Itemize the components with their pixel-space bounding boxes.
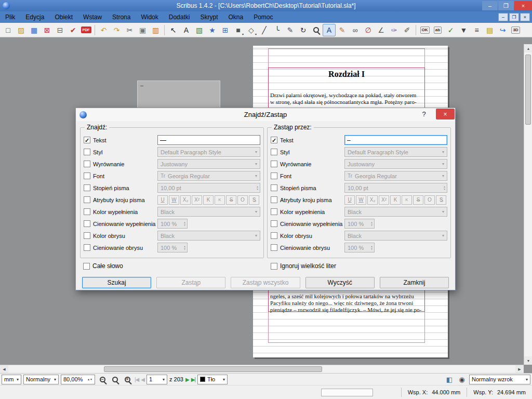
scratch-frame[interactable]: – xyxy=(137,81,220,109)
undo-icon[interactable]: ↶ xyxy=(97,24,110,36)
find-underline-words-button[interactable]: W xyxy=(169,195,179,205)
find-styl-checkbox[interactable] xyxy=(84,149,90,155)
color-management-button[interactable]: ◧ xyxy=(444,374,455,384)
insert-freehand-icon[interactable]: ✎ xyxy=(284,24,297,36)
replace-strikethrough-button[interactable]: S xyxy=(413,195,423,205)
replace-font-select[interactable]: TrGeorgia Regular▾ xyxy=(344,171,447,181)
find-all-caps-button[interactable]: K xyxy=(203,195,214,205)
replace-styl-checkbox[interactable] xyxy=(271,149,277,155)
replace-cieniowanie-wypelnienia-spinbox[interactable]: 100 %▲▼ xyxy=(344,219,375,229)
pdf-checkbox-icon[interactable]: ✓ xyxy=(444,24,457,36)
eyedropper-icon[interactable]: ✐ xyxy=(401,24,414,36)
find-kolor-obrysu-select[interactable]: Black▾ xyxy=(157,231,260,241)
vertical-scrollbar[interactable]: ▲ ▼ xyxy=(524,44,532,365)
save-document-icon[interactable]: ▦ xyxy=(28,24,41,36)
find-subscript-button[interactable]: X₂ xyxy=(180,195,191,205)
edit-contents-icon[interactable]: A xyxy=(323,24,336,36)
insert-line-icon[interactable]: ╱ xyxy=(258,24,271,36)
insert-render-frame-icon[interactable]: ★ xyxy=(206,24,219,36)
vertical-scroll-thumb[interactable] xyxy=(525,55,531,125)
find-kolor-obrysu-checkbox[interactable] xyxy=(84,232,90,239)
insert-bezier-icon[interactable]: ╰ xyxy=(271,24,284,36)
mdi-restore-button[interactable]: ❐ xyxy=(509,13,519,21)
next-page-button[interactable]: ▶ xyxy=(185,377,189,382)
replace-subscript-button[interactable]: X₂ xyxy=(367,195,378,205)
select-item-icon[interactable]: ↖ xyxy=(167,24,180,36)
rotate-item-icon[interactable]: ↻ xyxy=(297,24,310,36)
close-button[interactable]: Zamknij xyxy=(380,277,449,288)
replace-kolor-obrysu-select[interactable]: Black▾ xyxy=(344,231,447,241)
dialog-titlebar[interactable]: Znajdź/Zastąp ? × xyxy=(76,108,455,121)
replace-stopien-pisma-checkbox[interactable] xyxy=(271,184,277,191)
replace-tekst-checkbox[interactable]: ✓ xyxy=(271,137,277,143)
menu-okna[interactable]: Okna xyxy=(223,11,248,23)
menu-edycja[interactable]: Edycja xyxy=(20,11,49,23)
zoom-default-button[interactable] xyxy=(110,374,120,384)
whole-word-checkbox[interactable] xyxy=(83,263,90,270)
find-kolor-wypelnienia-checkbox[interactable] xyxy=(84,208,90,215)
replace-underline-button[interactable]: U xyxy=(344,195,355,205)
replace-all-button[interactable]: Zastąp wszystko xyxy=(231,277,300,288)
mdi-close-button[interactable]: × xyxy=(520,13,530,21)
replace-kolor-wypelnienia-select[interactable]: Black▾ xyxy=(344,207,447,217)
find-stopien-pisma-checkbox[interactable] xyxy=(84,184,90,191)
scroll-down-arrow[interactable]: ▼ xyxy=(524,356,532,365)
replace-font-checkbox[interactable] xyxy=(271,172,277,179)
clear-button[interactable]: Wyczyść xyxy=(305,277,375,288)
replace-cieniowanie-obrysu-spinbox[interactable]: 100 %▲▼ xyxy=(344,243,375,252)
replace-button[interactable]: Zastąp xyxy=(156,277,225,288)
menu-pomoc[interactable]: Pomoc xyxy=(248,11,278,23)
find-font-select[interactable]: TrGeorgia Regular▾ xyxy=(157,171,260,181)
window-maximize-button[interactable]: ❐ xyxy=(498,1,514,10)
print-document-icon[interactable]: ⊟ xyxy=(54,24,66,36)
find-cieniowanie-wypelnienia-checkbox[interactable] xyxy=(84,220,90,227)
menu-widok[interactable]: Widok xyxy=(136,11,163,23)
find-outline-button[interactable]: O xyxy=(237,195,248,205)
replace-underline-words-button[interactable]: W xyxy=(356,195,366,205)
scroll-up-arrow[interactable]: ▲ xyxy=(524,44,532,52)
insert-text-frame-icon[interactable]: A xyxy=(180,24,193,36)
pdf-link-annotation-icon[interactable]: ↪ xyxy=(496,24,509,36)
zoom-out-button[interactable]: − xyxy=(97,374,108,384)
page-number-select[interactable]: 1▾ xyxy=(147,375,167,384)
pdf-text-annotation-icon[interactable]: ▤ xyxy=(483,24,496,36)
horizontal-scrollbar[interactable]: ◀ ▶ xyxy=(0,365,524,373)
zoom-icon[interactable] xyxy=(310,24,323,36)
replace-styl-select[interactable]: Default Paragraph Style▾ xyxy=(344,147,447,157)
replace-cieniowanie-obrysu-checkbox[interactable] xyxy=(271,244,277,251)
replace-kolor-obrysu-checkbox[interactable] xyxy=(271,232,277,239)
find-stopien-pisma-spinbox[interactable]: 10,00 pt▲▼ xyxy=(157,183,260,193)
replace-stopien-pisma-spinbox[interactable]: 10,00 pt▲▼ xyxy=(344,183,447,193)
replace-all-caps-button[interactable]: K xyxy=(390,195,401,205)
search-button[interactable]: Szukaj xyxy=(82,277,151,288)
export-pdf-icon[interactable]: PDF xyxy=(79,24,92,36)
find-styl-select[interactable]: Default Paragraph Style▾ xyxy=(157,147,260,157)
menu-plik[interactable]: Plik xyxy=(0,11,20,23)
find-cieniowanie-obrysu-spinbox[interactable]: 100 %▲▼ xyxy=(157,243,188,252)
menu-wstaw[interactable]: Wstaw xyxy=(78,11,107,23)
find-shadow-button[interactable]: S xyxy=(249,195,259,205)
dialog-help-button[interactable]: ? xyxy=(420,110,428,118)
find-font-checkbox[interactable] xyxy=(84,172,90,179)
paste-icon[interactable]: ▥ xyxy=(149,24,162,36)
ignore-case-checkbox[interactable] xyxy=(271,263,277,270)
link-text-frames-icon[interactable]: ∞ xyxy=(349,24,362,36)
pdf-push-button-icon[interactable]: OK xyxy=(418,24,431,36)
find-tekst-checkbox[interactable]: ✓ xyxy=(84,137,90,143)
find-superscript-button[interactable]: X² xyxy=(192,195,202,205)
replace-superscript-button[interactable]: X² xyxy=(379,195,389,205)
replace-wyrownanie-select[interactable]: Justowany▾ xyxy=(344,159,447,169)
menu-dodatki[interactable]: Dodatki xyxy=(164,11,195,23)
pdf-3d-annotation-icon[interactable]: 3D xyxy=(509,24,522,36)
insert-image-frame-icon[interactable]: ▧ xyxy=(193,24,206,36)
replace-atrybuty-kroju-pisma-checkbox[interactable] xyxy=(271,196,277,203)
vision-select[interactable]: Normalny wzrok▾ xyxy=(469,375,530,384)
scroll-right-arrow[interactable]: ▶ xyxy=(515,365,524,373)
horizontal-scroll-thumb[interactable] xyxy=(104,366,322,372)
first-page-button[interactable]: |◀ xyxy=(135,377,139,382)
dialog-close-button[interactable]: × xyxy=(436,109,455,119)
insert-polygon-icon[interactable]: ◇▾ xyxy=(245,24,258,36)
find-cieniowanie-wypelnienia-spinbox[interactable]: 100 %▲▼ xyxy=(157,219,188,229)
cut-icon[interactable]: ✂ xyxy=(123,24,136,36)
pdf-list-box-icon[interactable]: ≡ xyxy=(470,24,483,36)
